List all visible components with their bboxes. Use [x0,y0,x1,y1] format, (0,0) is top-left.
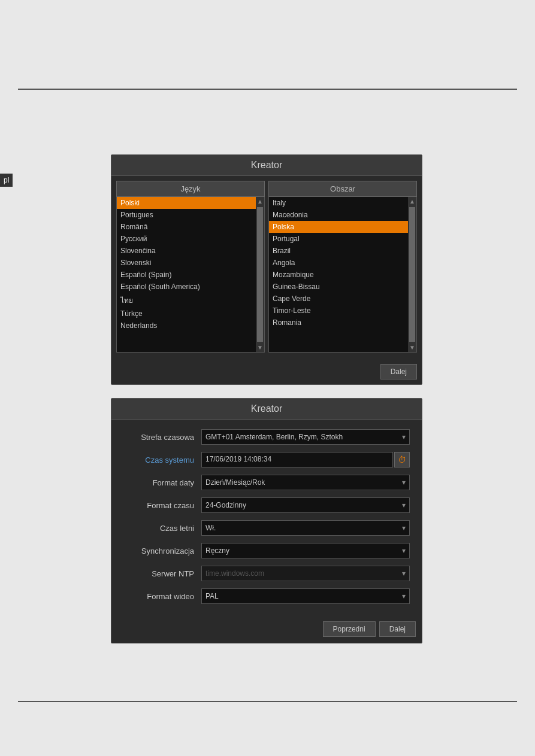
ntp-arrow: ▾ [402,569,406,578]
dialog1-next-button[interactable]: Dalej [380,364,417,379]
area-header: Obszar [268,181,417,197]
timezone-label: Strefa czasowa [123,433,201,442]
list-item[interactable]: Guinea-Bissau [269,281,416,293]
list-item[interactable]: Romania [269,317,416,329]
list-item[interactable]: ไทย [117,293,264,308]
dialog1: Kreator Język Polski Portugues Română Ру… [111,154,422,385]
top-rule [18,89,517,90]
timezone-row: Strefa czasowa GMT+01 Amsterdam, Berlin,… [123,429,410,445]
date-format-value: Dzień/Miesiąc/Rok [205,478,265,487]
system-time-row: Czas systemu 17/06/2019 14:08:34 ⏱ [123,452,410,467]
side-tab-label: pl [4,176,9,184]
timezone-value: GMT+01 Amsterdam, Berlin, Rzym, Sztokh [205,433,343,441]
time-format-dropdown[interactable]: 24-Godzinny ▾ [201,497,410,513]
area-scrollbar[interactable]: ▲ ▼ [408,197,416,352]
list-item[interactable]: Русский [117,233,264,245]
ntp-value: time.windows.com [205,569,264,578]
list-item[interactable]: Türkçe [117,308,264,320]
list-item[interactable]: Brazil [269,245,416,257]
list-item[interactable]: Español (South America) [117,281,264,293]
area-panel: Obszar Italy Macedonia Polska Portugal B… [268,181,417,353]
dst-arrow: ▾ [402,524,406,532]
sync-row: Synchronizacja Ręczny ▾ [123,543,410,558]
sync-value: Ręczny [205,546,229,555]
page-wrapper: pl manualslib.com manualslib.com Kreator… [0,0,535,756]
video-format-dropdown[interactable]: PAL ▾ [201,588,410,604]
list-item[interactable]: Nederlands [117,320,264,332]
dst-row: Czas letni Wł. ▾ [123,520,410,536]
time-sync-button[interactable]: ⏱ [394,452,410,467]
list-item[interactable]: Polski [117,197,264,209]
time-format-label: Format czasu [123,501,201,510]
timezone-dropdown[interactable]: GMT+01 Amsterdam, Berlin, Rzym, Sztokh ▾ [201,429,410,445]
system-time-input[interactable]: 17/06/2019 14:08:34 [201,452,393,467]
video-format-label: Format wideo [123,592,201,601]
list-item[interactable]: Angola [269,257,416,269]
list-item[interactable]: Slovenski [117,257,264,269]
list-item[interactable]: Portugal [269,233,416,245]
language-scrollbar[interactable]: ▲ ▼ [256,197,264,352]
video-format-row: Format wideo PAL ▾ [123,588,410,604]
scroll-down-arrow[interactable]: ▼ [256,343,264,352]
list-item[interactable]: Română [117,221,264,233]
system-time-value: 17/06/2019 14:08:34 [205,455,271,463]
video-format-arrow: ▾ [402,592,406,600]
date-format-label: Format daty [123,478,201,487]
video-format-value: PAL [205,592,219,600]
side-tab[interactable]: pl [0,174,13,187]
date-format-arrow: ▾ [402,478,406,487]
timezone-dropdown-arrow: ▾ [402,433,406,441]
list-item[interactable]: Cape Verde [269,293,416,305]
date-format-dropdown[interactable]: Dzień/Miesiąc/Rok ▾ [201,475,410,490]
dst-value: Wł. [205,524,216,532]
dialog1-footer: Dalej [380,364,417,379]
sync-dropdown[interactable]: Ręczny ▾ [201,543,410,558]
list-item[interactable]: Mozambique [269,269,416,281]
dst-label: Czas letni [123,524,201,533]
scroll-up-arrow[interactable]: ▲ [256,197,264,206]
language-header: Język [116,181,265,197]
system-time-label: Czas systemu [123,456,201,464]
scroll-down-arrow[interactable]: ▼ [408,343,416,352]
language-panel: Język Polski Portugues Română Русский Sl… [116,181,265,353]
list-item[interactable]: Polska [269,221,416,233]
sync-label: Synchronizacja [123,546,201,555]
time-format-value: 24-Godzinny [205,501,246,509]
date-format-row: Format daty Dzień/Miesiąc/Rok ▾ [123,475,410,490]
list-item[interactable]: Macedonia [269,209,416,221]
bottom-rule [18,701,517,702]
dst-dropdown[interactable]: Wł. ▾ [201,520,410,536]
time-format-row: Format czasu 24-Godzinny ▾ [123,497,410,513]
dialog1-content: Język Polski Portugues Română Русский Sl… [111,176,422,357]
time-format-arrow: ▾ [402,501,406,509]
sync-arrow: ▾ [402,546,406,555]
dialog2-prev-button[interactable]: Poprzedni [323,621,376,637]
ntp-row: Serwer NTP time.windows.com ▾ [123,566,410,581]
dialog2-content: Strefa czasowa GMT+01 Amsterdam, Berlin,… [111,420,422,621]
dialog2-title: Kreator [111,399,422,420]
system-time-wrapper: 17/06/2019 14:08:34 ⏱ [201,452,410,467]
dialog2-footer: Poprzedni Dalej [323,621,416,637]
dialog1-title: Kreator [111,155,422,176]
list-item[interactable]: Italy [269,197,416,209]
dialog2: Kreator Strefa czasowa GMT+01 Amsterdam,… [111,398,422,643]
list-item[interactable]: Slovenčina [117,245,264,257]
language-list[interactable]: Polski Portugues Română Русский Slovenči… [116,197,265,353]
scroll-up-arrow[interactable]: ▲ [408,197,416,206]
ntp-label: Serwer NTP [123,569,201,578]
ntp-dropdown[interactable]: time.windows.com ▾ [201,566,410,581]
list-item[interactable]: Portugues [117,209,264,221]
area-list[interactable]: Italy Macedonia Polska Portugal Brazil A… [268,197,417,353]
dialog2-next-button[interactable]: Dalej [379,621,416,637]
list-item[interactable]: Timor-Leste [269,305,416,317]
list-item[interactable]: Español (Spain) [117,269,264,281]
scroll-thumb[interactable] [409,207,415,342]
scroll-thumb[interactable] [257,207,263,342]
